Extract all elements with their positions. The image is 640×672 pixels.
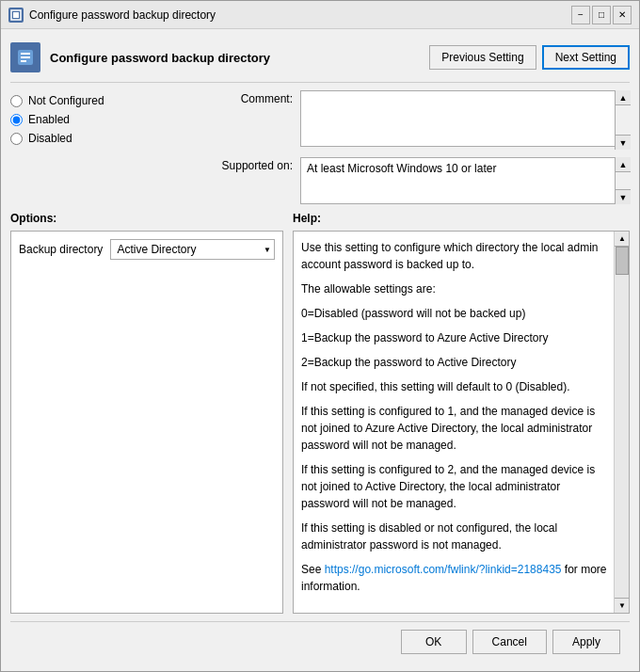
comment-scrollbar: ▲ ▼ — [615, 90, 630, 150]
help-panel: Help: Use this setting to configure whic… — [293, 212, 630, 614]
svg-rect-1 — [13, 12, 19, 18]
options-panel: Options: Backup directory Active Directo… — [10, 212, 283, 614]
help-p5: 2=Backup the password to Active Director… — [301, 354, 610, 371]
nav-buttons: Previous Setting Next Setting — [429, 45, 630, 70]
help-link[interactable]: https://go.microsoft.com/fwlink/?linkid=… — [325, 563, 562, 576]
title-bar: Configure password backup directory − □ … — [1, 1, 639, 29]
svg-rect-5 — [21, 60, 26, 62]
supported-field-wrapper: At least Microsoft Windows 10 or later ▲… — [300, 157, 630, 204]
comment-label: Comment: — [208, 90, 293, 105]
help-p7: If this setting is configured to 1, and … — [301, 403, 610, 454]
header-icon — [10, 42, 40, 72]
supported-row: Supported on: At least Microsoft Windows… — [208, 157, 630, 204]
options-content: Backup directory Active Directory Azure … — [10, 231, 283, 614]
disabled-radio[interactable] — [10, 133, 23, 145]
comment-row: Comment: ▲ ▼ — [208, 90, 630, 150]
options-label: Options: — [10, 212, 283, 225]
help-scroll-track — [615, 247, 629, 598]
cancel-button[interactable]: Cancel — [472, 630, 547, 654]
not-configured-option[interactable]: Not Configured — [10, 94, 199, 107]
comment-textarea[interactable] — [300, 90, 630, 147]
enabled-label: Enabled — [28, 113, 70, 126]
help-p3: 0=Disabled (password will not be backed … — [301, 305, 610, 322]
content-area: Configure password backup directory Prev… — [1, 29, 639, 671]
main-section: Options: Backup directory Active Directo… — [10, 212, 630, 614]
supported-value: At least Microsoft Windows 10 or later — [300, 157, 630, 204]
supported-label: Supported on: — [208, 157, 293, 172]
not-configured-label: Not Configured — [28, 94, 104, 107]
radio-panel: Not Configured Enabled Disabled — [10, 90, 199, 204]
minimize-button[interactable]: − — [571, 6, 590, 24]
help-content[interactable]: Use this setting to configure which dire… — [294, 232, 629, 613]
window-controls: − □ ✕ — [571, 6, 632, 24]
main-window: Configure password backup directory − □ … — [0, 0, 640, 672]
help-scrollbar: ▲ ▼ — [614, 232, 629, 613]
next-setting-button[interactable]: Next Setting — [542, 45, 630, 70]
supported-scroll-down[interactable]: ▼ — [616, 189, 631, 204]
ok-button[interactable]: OK — [401, 630, 467, 654]
disabled-option[interactable]: Disabled — [10, 132, 199, 145]
backup-directory-dropdown-wrapper: Active Directory Azure Active Directory … — [110, 239, 275, 260]
help-content-wrapper: Use this setting to configure which dire… — [293, 231, 630, 614]
svg-rect-4 — [21, 56, 30, 58]
backup-directory-label: Backup directory — [19, 239, 103, 256]
help-p8: If this setting is configured to 2, and … — [301, 461, 610, 512]
help-label: Help: — [293, 212, 630, 225]
help-p6: If not specified, this setting will defa… — [301, 378, 610, 395]
dialog-title: Configure password backup directory — [50, 51, 429, 65]
comment-scroll-down[interactable]: ▼ — [616, 135, 631, 150]
help-p10: See https://go.microsoft.com/fwlink/?lin… — [301, 561, 610, 595]
apply-button[interactable]: Apply — [552, 630, 620, 654]
comment-scroll-up[interactable]: ▲ — [616, 90, 631, 105]
supported-scroll-up[interactable]: ▲ — [616, 157, 631, 172]
help-p9: If this setting is disabled or not confi… — [301, 520, 610, 553]
svg-rect-3 — [21, 53, 30, 55]
help-scroll-thumb — [616, 247, 629, 275]
enabled-option[interactable]: Enabled — [10, 113, 199, 126]
right-form-panel: Comment: ▲ ▼ Supported on: — [208, 90, 630, 204]
close-button[interactable]: ✕ — [613, 6, 632, 24]
comment-scroll-box: ▲ ▼ — [300, 90, 630, 150]
form-section: Not Configured Enabled Disabled Comm — [10, 90, 630, 204]
help-scroll-down[interactable]: ▼ — [615, 598, 630, 613]
help-scroll-up[interactable]: ▲ — [615, 232, 630, 247]
enabled-radio[interactable] — [10, 114, 23, 126]
supported-scrollbar: ▲ ▼ — [615, 157, 630, 204]
bottom-bar: OK Cancel Apply — [10, 621, 630, 664]
radio-group: Not Configured Enabled Disabled — [10, 94, 199, 145]
help-p1: Use this setting to configure which dire… — [301, 239, 610, 273]
header-section: Configure password backup directory Prev… — [10, 37, 630, 83]
help-p4: 1=Backup the password to Azure Active Di… — [301, 329, 610, 346]
window-icon — [8, 8, 24, 23]
not-configured-radio[interactable] — [10, 95, 23, 107]
comment-field-wrapper: ▲ ▼ — [300, 90, 630, 150]
backup-directory-select[interactable]: Active Directory Azure Active Directory … — [110, 239, 275, 260]
help-p2: The allowable settings are: — [301, 280, 610, 297]
window-title: Configure password backup directory — [29, 8, 571, 22]
disabled-label: Disabled — [28, 132, 72, 145]
previous-setting-button[interactable]: Previous Setting — [429, 45, 536, 70]
maximize-button[interactable]: □ — [592, 6, 611, 24]
